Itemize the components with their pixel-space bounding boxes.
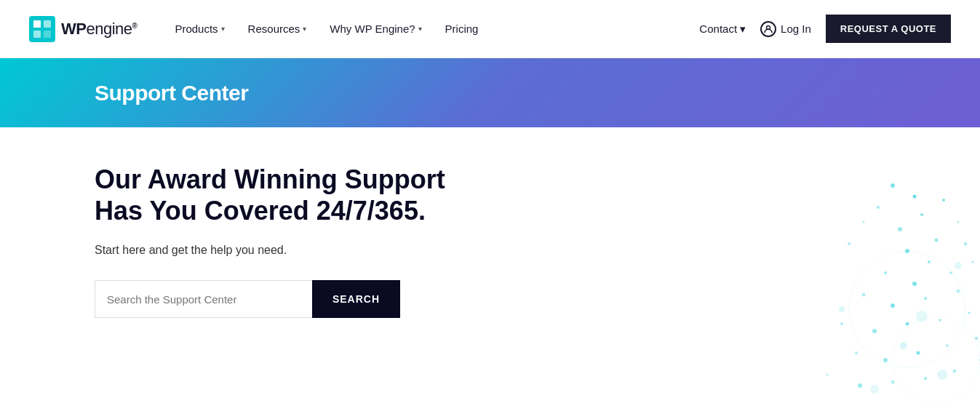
svg-point-49	[849, 251, 965, 367]
svg-point-11	[898, 227, 902, 231]
svg-point-46	[839, 306, 845, 312]
chevron-down-icon: ▾	[221, 25, 225, 33]
svg-rect-4	[44, 31, 51, 38]
svg-point-17	[928, 260, 931, 263]
svg-point-15	[848, 242, 850, 245]
svg-point-7	[877, 206, 880, 209]
svg-point-48	[955, 262, 962, 269]
nav-label-resources: Resources	[248, 23, 300, 35]
particles-svg	[471, 127, 980, 406]
navbar: WPengine® Products ▾ Resources ▾ Why WP …	[0, 0, 980, 58]
navbar-left: WPengine® Products ▾ Resources ▾ Why WP …	[29, 16, 487, 42]
decorative-background	[471, 127, 980, 406]
search-bar: SEARCH	[95, 280, 400, 318]
svg-point-14	[935, 239, 939, 242]
svg-point-19	[884, 271, 887, 274]
hero-banner: Support Center	[0, 58, 980, 127]
nav-label-why: Why WP Engine?	[330, 23, 415, 35]
svg-point-34	[917, 351, 920, 355]
navbar-right: Contact ▾ Log In REQUEST A QUOTE	[699, 15, 951, 43]
svg-point-8	[913, 195, 917, 199]
svg-point-43	[900, 342, 907, 349]
svg-point-35	[946, 344, 949, 347]
nav-item-products[interactable]: Products ▾	[166, 17, 233, 41]
nav-item-resources[interactable]: Resources ▾	[239, 17, 316, 41]
nav-link-why[interactable]: Why WP Engine? ▾	[321, 17, 430, 41]
contact-label: Contact	[699, 23, 737, 35]
svg-rect-0	[29, 16, 55, 42]
svg-point-9	[863, 221, 865, 223]
nav-item-pricing[interactable]: Pricing	[437, 17, 487, 41]
nav-item-why[interactable]: Why WP Engine? ▾	[321, 17, 430, 41]
svg-point-12	[942, 199, 945, 202]
chevron-down-icon: ▾	[418, 25, 422, 33]
request-quote-button[interactable]: REQUEST A QUOTE	[826, 15, 951, 43]
svg-point-45	[870, 385, 879, 394]
nav-links: Products ▾ Resources ▾ Why WP Engine? ▾ …	[166, 17, 487, 41]
chevron-down-icon: ▾	[303, 25, 306, 33]
content-left: Our Award Winning Support Has You Covere…	[0, 127, 495, 406]
nav-link-products[interactable]: Products ▾	[166, 17, 233, 41]
svg-point-30	[939, 319, 941, 322]
svg-rect-2	[44, 20, 51, 28]
svg-point-41	[953, 370, 957, 373]
svg-point-38	[858, 383, 862, 388]
main-content: Our Award Winning Support Has You Covere…	[0, 127, 980, 406]
svg-point-33	[883, 358, 888, 362]
svg-rect-3	[33, 31, 41, 38]
svg-point-36	[975, 337, 978, 340]
nav-label-products: Products	[175, 23, 218, 35]
login-label: Log In	[781, 23, 811, 35]
svg-point-22	[972, 261, 974, 263]
main-heading: Our Award Winning Support Has You Covere…	[95, 164, 495, 226]
svg-point-20	[912, 282, 917, 286]
search-input[interactable]	[95, 280, 312, 318]
login-link[interactable]: Log In	[760, 21, 811, 37]
svg-point-25	[924, 297, 927, 300]
svg-point-44	[937, 370, 947, 380]
svg-point-28	[872, 329, 877, 333]
svg-point-37	[826, 373, 829, 376]
svg-point-39	[891, 381, 895, 384]
chevron-down-icon: ▾	[740, 23, 746, 36]
wpengine-logo-icon	[29, 16, 55, 42]
svg-point-29	[906, 322, 909, 326]
heading-line2: Has You Covered 24/7/365.	[95, 196, 426, 226]
svg-point-18	[964, 242, 968, 246]
svg-point-6	[891, 183, 895, 188]
svg-rect-1	[33, 20, 41, 28]
hero-title: Support Center	[95, 81, 248, 106]
search-button[interactable]: SEARCH	[312, 280, 400, 318]
user-icon	[760, 21, 776, 37]
logo[interactable]: WPengine®	[29, 16, 137, 42]
svg-point-27	[840, 322, 843, 325]
svg-point-31	[968, 312, 971, 314]
svg-point-32	[855, 351, 858, 354]
svg-point-26	[957, 290, 960, 293]
nav-label-pricing: Pricing	[445, 23, 479, 35]
heading-line1: Our Award Winning Support	[95, 164, 445, 194]
svg-point-10	[920, 213, 923, 216]
svg-point-23	[862, 293, 866, 297]
contact-link[interactable]: Contact ▾	[699, 23, 746, 36]
svg-point-40	[924, 377, 927, 380]
sub-text: Start here and get the help you need.	[95, 244, 495, 257]
logo-text: WPengine®	[61, 20, 137, 39]
nav-link-resources[interactable]: Resources ▾	[239, 17, 316, 41]
svg-point-50	[893, 317, 980, 404]
svg-point-13	[957, 221, 960, 223]
svg-point-24	[891, 303, 895, 308]
nav-link-pricing[interactable]: Pricing	[437, 17, 487, 41]
